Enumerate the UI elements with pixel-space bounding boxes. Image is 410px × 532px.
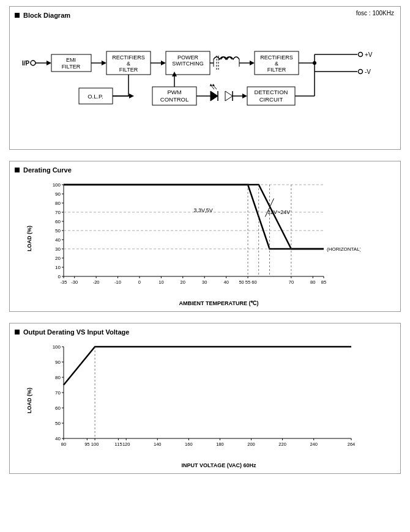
output-xlabel: INPUT VOLTAGE (VAC) 60Hz [42,462,395,468]
rect2-label1: RECTIFIERS [260,54,293,61]
derating-header: Derating Curve [15,166,395,174]
transformer-rect2-arrow [250,61,255,65]
opto-pt-triangle [225,91,233,101]
derating-section: Derating Curve LOAD (%) AMBIENT TEMPERAT… [9,161,401,312]
opto-light-arrow1 [210,84,212,86]
ip-circle [31,61,35,65]
output-derating-title: Output Derating VS Input Voltage [23,328,129,336]
emi-rect1-arrow [102,61,106,65]
output-derating-section: Output Derating VS Input Voltage LOAD (%… [9,323,401,474]
pwm-label1: PWM [167,89,181,95]
rect2-label2: & [275,61,278,67]
ip-label: I/P [22,60,30,67]
emi-label2: FILTER [62,64,81,70]
block-diagram-header: Block Diagram [15,12,395,19]
power-label1: POWER [177,54,199,61]
derating-ylabel: LOAD (%) [26,226,32,251]
vplus-label: +V [365,51,373,58]
fosc-label: fosc : 100KHz [356,10,394,17]
header-square [15,13,20,18]
block-diagram-title: Block Diagram [23,12,70,19]
block-diagram-section: Block Diagram fosc : 100KHz I/P EMI FILT… [9,6,401,150]
rect1-label1: RECTIFIERS [112,54,145,61]
output-derating-square [15,330,20,334]
output-canvas [42,341,360,460]
opto-light-arrow2 [212,84,215,86]
derating-square [15,168,20,172]
emi-label1: EMI [66,57,76,63]
detection-label1: DETECTION [255,89,288,95]
power-label2: SWITCHING [172,61,204,67]
opto-led-triangle [211,91,218,101]
derating-title: Derating Curve [23,166,72,174]
detection-label2: CIRCUIT [259,96,283,103]
rect1-label3: FILTER [119,67,138,73]
ip-arrow [47,61,51,65]
opto-pt-arrow [242,94,247,98]
page: Block Diagram fosc : 100KHz I/P EMI FILT… [0,0,410,480]
vplus-circle [359,53,363,57]
pwm-label2: CONTROL [160,96,188,103]
rect2-label3: FILTER [267,67,286,73]
rect1-label2: & [127,61,130,67]
derating-canvas [42,179,360,298]
rect1-power-arrow [161,61,166,65]
output-derating-header: Output Derating VS Input Voltage [15,328,395,336]
olp-label: O.L.P. [88,93,103,100]
olp-pwm-arrow [129,94,134,98]
block-diagram-svg: I/P EMI FILTER RECTIFIERS & FILTER POWER [15,24,400,143]
transformer-secondary [221,57,239,59]
output-ylabel: LOAD (%) [26,388,32,413]
vminus-circle [359,70,363,74]
derating-xlabel: AMBIENT TEMPERATURE (℃) [42,300,395,306]
vminus-label: -V [365,68,371,75]
